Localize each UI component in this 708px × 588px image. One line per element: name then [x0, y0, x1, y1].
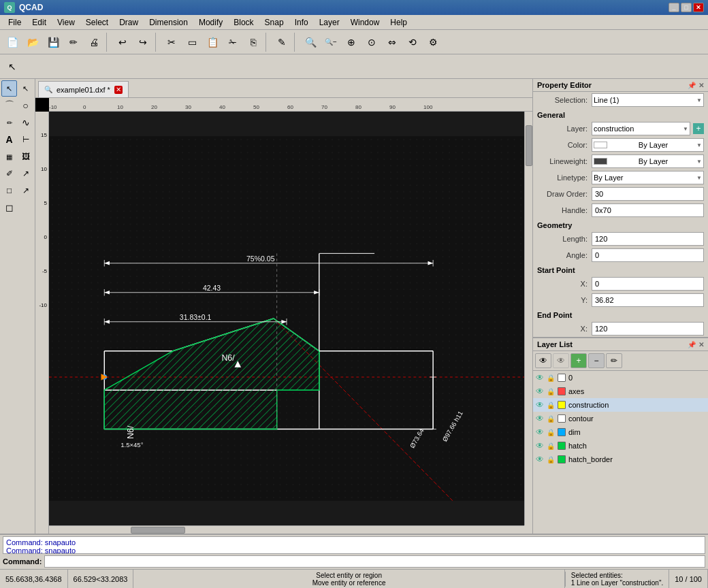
layer-edit-button[interactable]: ✏	[606, 353, 622, 368]
layer-eye-icon[interactable]: 👁	[536, 455, 544, 464]
image-tool[interactable]: 🖼	[18, 148, 33, 165]
view3d-tool[interactable]: ◻	[1, 199, 18, 216]
layer-show-all-button[interactable]: 👁	[535, 353, 551, 368]
starty-row: Y: 36.82	[533, 292, 708, 308]
command-field[interactable]	[44, 555, 705, 568]
zoom-pan-button[interactable]: ⇔	[383, 33, 402, 52]
zoom-in-button[interactable]: 🔍	[301, 33, 320, 52]
freehand-tool[interactable]: ✐	[1, 165, 17, 182]
select-tool-button[interactable]: ↖	[3, 57, 22, 76]
zoom-out-button[interactable]: 🔍−	[321, 33, 340, 52]
layer-name: axes	[568, 387, 705, 395]
layer-name: dim	[568, 428, 705, 436]
layer-lock-icon[interactable]: 🔒	[547, 456, 555, 463]
angle-value: 0	[592, 248, 704, 262]
copy-entity-button[interactable]: ▭	[182, 33, 202, 52]
layer-pin-icon[interactable]: 📌	[688, 341, 696, 348]
menu-file[interactable]: File	[3, 16, 27, 29]
layer-lock-icon[interactable]: 🔒	[547, 429, 555, 436]
copy-button[interactable]: ⎘	[244, 33, 263, 52]
menu-snap[interactable]: Snap	[259, 16, 289, 29]
layer-hide-all-button[interactable]: 👁	[553, 353, 569, 368]
layer-add-button[interactable]: +	[570, 353, 587, 368]
arc-tool[interactable]: ⌒	[1, 97, 17, 114]
saveas-button[interactable]: ✏	[64, 33, 83, 52]
spline-tool[interactable]: ∿	[18, 114, 33, 131]
redo-button[interactable]: ↪	[133, 33, 152, 52]
color-dropdown[interactable]: By Layer ▼	[592, 138, 704, 152]
menu-edit[interactable]: Edit	[27, 16, 52, 29]
layer-eye-icon[interactable]: 👁	[536, 427, 544, 437]
trim-tool[interactable]: ↗	[18, 165, 33, 182]
layer-eye-icon[interactable]: 👁	[536, 414, 544, 423]
layer-lock-icon[interactable]: 🔒	[547, 402, 555, 409]
zoom-prev-button[interactable]: ⟲	[403, 33, 422, 52]
new-button[interactable]: 📄	[3, 33, 22, 52]
ruler-mark: 0	[83, 104, 86, 110]
drawing-viewport[interactable]: -10 0 10 20 30 40 50 60 70 80 90 100 15 …	[35, 98, 532, 534]
close-button[interactable]: ✕	[693, 3, 704, 12]
dimension-tool[interactable]: ⊢	[18, 131, 33, 148]
menu-draw[interactable]: Draw	[114, 16, 144, 29]
menu-layer[interactable]: Layer	[314, 16, 345, 29]
block-tool[interactable]: □	[1, 182, 17, 199]
menu-block[interactable]: Block	[228, 16, 259, 29]
drawing-canvas[interactable]: 75%0.05 42.43 31.83±0.1	[49, 112, 524, 525]
layer-eye-icon[interactable]: 👁	[536, 373, 544, 382]
file-tab[interactable]: 🔍 example01.dxf * ✕	[38, 81, 129, 97]
vertical-scrollbar[interactable]	[524, 112, 532, 525]
angle-label: Angle:	[537, 251, 592, 259]
maximize-button[interactable]: □	[681, 3, 692, 12]
text-tool[interactable]: A	[1, 131, 17, 148]
menu-dimension[interactable]: Dimension	[144, 16, 193, 29]
paste-entity-button[interactable]: 📋	[203, 33, 222, 52]
layer-close-icon[interactable]: ✕	[698, 341, 704, 348]
prop-close-icon[interactable]: ✕	[698, 82, 704, 89]
selection-dropdown[interactable]: Line (1) ▼	[592, 93, 704, 107]
menu-info[interactable]: Info	[289, 16, 314, 29]
minimize-button[interactable]: _	[669, 3, 679, 12]
hscroll-thumb[interactable]	[131, 527, 185, 534]
insert-block-tool[interactable]: ↗	[18, 182, 33, 199]
layer-lock-icon[interactable]: 🔒	[547, 442, 555, 450]
layer-eye-icon[interactable]: 👁	[536, 400, 544, 410]
layer-dropdown[interactable]: construction ▼	[592, 122, 690, 135]
menu-view[interactable]: View	[52, 16, 80, 29]
undo-button[interactable]: ↩	[113, 33, 132, 52]
draworder-label: Draw Order:	[537, 190, 592, 198]
print-button[interactable]: 🖨	[84, 33, 103, 52]
menu-window[interactable]: Window	[345, 16, 385, 29]
layer-eye-icon[interactable]: 👁	[536, 441, 544, 451]
menu-select[interactable]: Select	[80, 16, 114, 29]
zoom-window-button[interactable]: ⊙	[362, 33, 381, 52]
layer-add-button[interactable]: +	[693, 123, 704, 134]
prop-pin-icon[interactable]: 📌	[688, 82, 696, 89]
circle-tool[interactable]: ○	[18, 97, 33, 114]
open-button[interactable]: 📂	[23, 33, 42, 52]
polyline-tool[interactable]: ✏	[1, 114, 17, 131]
lineweight-dropdown[interactable]: By Layer ▼	[592, 154, 704, 168]
zoom-settings-button[interactable]: ⚙	[423, 33, 442, 52]
hatch-tool[interactable]: ▦	[1, 148, 17, 165]
secondary-toolbar: ↖	[0, 54, 708, 79]
layer-lock-icon[interactable]: 🔒	[547, 388, 555, 395]
layer-name: contour	[568, 414, 705, 423]
menu-help[interactable]: Help	[385, 16, 413, 29]
layer-eye-icon[interactable]: 👁	[536, 387, 544, 396]
select-arrow-tool[interactable]: ↖	[1, 80, 17, 97]
select-arrow2-tool[interactable]: ↖	[18, 80, 33, 97]
property-editor-title: Property Editor	[537, 81, 592, 89]
layer-lock-icon[interactable]: 🔒	[547, 415, 555, 423]
cut-entity-button[interactable]: ✂	[162, 33, 181, 52]
horizontal-scrollbar[interactable]	[49, 525, 524, 534]
linetype-dropdown[interactable]: By Layer ▼	[592, 171, 704, 184]
vscroll-thumb[interactable]	[526, 125, 532, 166]
layer-lock-icon[interactable]: 🔒	[547, 374, 555, 382]
cut-button[interactable]: ✁	[223, 33, 242, 52]
save-button[interactable]: 💾	[44, 33, 63, 52]
menu-modify[interactable]: Modify	[193, 16, 228, 29]
tab-close-button[interactable]: ✕	[114, 86, 123, 94]
pencil-button[interactable]: ✎	[272, 33, 291, 52]
layer-delete-button[interactable]: −	[588, 353, 605, 368]
zoom-fit-button[interactable]: ⊕	[342, 33, 361, 52]
